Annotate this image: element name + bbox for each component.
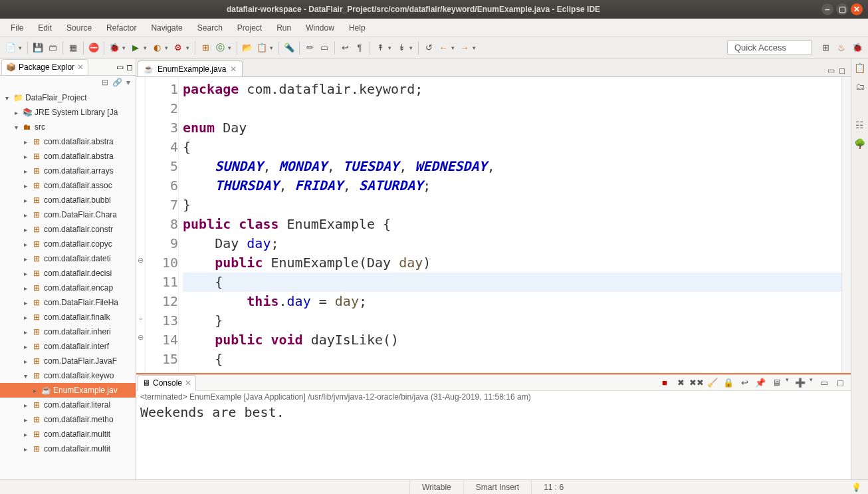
menu-window[interactable]: Window: [299, 21, 341, 35]
save-all-icon[interactable]: 🗃: [46, 41, 59, 55]
coverage-icon[interactable]: ◐: [150, 41, 163, 55]
package-explorer-tab[interactable]: 📦 Package Explor ✕: [1, 59, 88, 75]
console-tab[interactable]: 🖥 Console ✕: [138, 375, 196, 391]
terminate-icon[interactable]: ■: [658, 376, 671, 390]
minimize-view-icon[interactable]: ▭: [116, 62, 124, 72]
outline-icon[interactable]: 🗂: [854, 81, 866, 93]
expand-icon[interactable]: ▸: [21, 314, 29, 321]
menu-project[interactable]: Project: [231, 21, 269, 35]
expand-icon[interactable]: ▸: [21, 182, 29, 189]
package-node[interactable]: ▸ ⊞ com.dataflair.literal: [0, 398, 136, 412]
save-icon[interactable]: 💾: [31, 41, 45, 55]
expand-icon[interactable]: ▸: [21, 416, 29, 424]
expand-icon[interactable]: ▸: [21, 211, 29, 219]
code-content[interactable]: package com.dataflair.keyword; enum Day{…: [179, 77, 841, 373]
package-node[interactable]: ▸ ⊞ com.dataflair.constr: [0, 222, 136, 237]
package-node[interactable]: ▸ ⊞ com.dataflair.inheri: [0, 324, 136, 339]
dropdown-icon[interactable]: ▾: [186, 45, 191, 51]
overview-ruler[interactable]: [841, 77, 851, 373]
dropdown-icon[interactable]: ▾: [810, 376, 815, 390]
editor-tab-enumexample[interactable]: ☕ EnumExample.java ✕: [138, 61, 243, 76]
open-console-icon[interactable]: ➕: [794, 376, 807, 390]
expand-icon[interactable]: ▸: [21, 402, 29, 409]
package-tree[interactable]: ▾ 📁 DataFlair_Project ▸ 📚 JRE System Lib…: [0, 89, 136, 479]
remove-launch-icon[interactable]: ✖: [674, 376, 687, 390]
maximize-view-icon[interactable]: ◻: [833, 376, 847, 390]
line-number-gutter[interactable]: 123456789101112131415: [146, 77, 179, 373]
expand-icon[interactable]: ▸: [21, 445, 29, 453]
close-tab-icon[interactable]: ✕: [77, 62, 84, 72]
dropdown-icon[interactable]: ▾: [144, 45, 149, 51]
outline-view-icon[interactable]: ☷: [854, 120, 866, 132]
collapse-all-icon[interactable]: ⊟: [102, 78, 108, 87]
expand-icon[interactable]: ▸: [21, 343, 29, 350]
project-node[interactable]: ▾ 📁 DataFlair_Project: [0, 90, 136, 105]
expand-icon[interactable]: ▾: [21, 372, 29, 380]
menu-file[interactable]: File: [4, 21, 30, 35]
dropdown-icon[interactable]: ▾: [786, 376, 791, 390]
expand-icon[interactable]: ▸: [21, 168, 29, 175]
expand-icon[interactable]: ▸: [21, 138, 29, 146]
expand-icon[interactable]: ▸: [21, 431, 29, 438]
expand-icon[interactable]: ▸: [21, 285, 29, 292]
task-list-icon[interactable]: 📋: [854, 62, 866, 74]
expand-icon[interactable]: ▸: [21, 255, 29, 263]
pin-console-icon[interactable]: 📌: [754, 376, 767, 390]
menu-refactor[interactable]: Refactor: [100, 21, 143, 35]
package-node[interactable]: ▸ ⊞ com.dataflair.metho: [0, 412, 136, 427]
scroll-lock-icon[interactable]: 🔒: [722, 376, 735, 390]
remove-all-icon[interactable]: ✖✖: [690, 376, 703, 390]
minimize-view-icon[interactable]: ▭: [817, 376, 831, 390]
package-node[interactable]: ▸ ⊞ com.dataflair.copyc: [0, 237, 136, 251]
package-node[interactable]: ▸ ⊞ com.dataflair.decisi: [0, 266, 136, 281]
annotation-next-icon[interactable]: ↡: [395, 41, 408, 55]
tip-icon[interactable]: 💡: [845, 483, 868, 492]
src-node[interactable]: ▾ 🖿 src: [0, 120, 136, 134]
close-tab-icon[interactable]: ✕: [185, 378, 191, 388]
expand-icon[interactable]: ▸: [21, 270, 29, 277]
skip-breakpoints-icon[interactable]: ⛔: [87, 41, 100, 55]
annotation-ruler[interactable]: ⊖▫⊖: [136, 77, 146, 373]
toggle-block-icon[interactable]: ▭: [318, 41, 331, 55]
package-node[interactable]: ▸ ⊞ com.DataFlair.JavaF: [0, 354, 136, 368]
package-node[interactable]: ▸ ⊞ com.dataflair.dateti: [0, 251, 136, 266]
package-node[interactable]: ▸ ⊞ com.dataflair.multit: [0, 427, 136, 441]
package-node[interactable]: ▸ ⊞ com.dataflair.finalk: [0, 310, 136, 324]
menu-run[interactable]: Run: [270, 21, 298, 35]
view-menu-icon[interactable]: ▾: [126, 78, 130, 87]
dropdown-icon[interactable]: ▾: [473, 45, 478, 51]
expand-icon[interactable]: ▸: [21, 358, 29, 365]
package-node[interactable]: ▾ ⊞ com.dataflair.keywo: [0, 368, 136, 383]
console-output[interactable]: Weekends are best.: [136, 403, 851, 479]
java-file-node[interactable]: ▸ ☕ EnumExample.jav: [0, 383, 136, 398]
link-editor-icon[interactable]: 🔗: [112, 78, 122, 87]
package-node[interactable]: ▸ ⊞ com.dataflair.abstra: [0, 149, 136, 164]
dropdown-icon[interactable]: ▾: [122, 45, 128, 51]
word-wrap-icon[interactable]: ↩: [738, 376, 751, 390]
maximize-view-icon[interactable]: ◻: [126, 62, 133, 72]
dropdown-icon[interactable]: ▾: [409, 45, 415, 51]
toggle-word-wrap-icon[interactable]: ↩: [338, 41, 352, 55]
menu-source[interactable]: Source: [60, 21, 98, 35]
new-class-icon[interactable]: ⓒ: [213, 41, 227, 55]
dropdown-icon[interactable]: ▾: [388, 45, 393, 51]
package-node[interactable]: ▸ ⊞ com.dataflair.arrays: [0, 164, 136, 178]
debug-perspective-icon[interactable]: 🐞: [851, 41, 864, 55]
hierarchy-icon[interactable]: 🌳: [854, 138, 866, 150]
expand-icon[interactable]: ▾: [12, 124, 20, 131]
close-button[interactable]: ✕: [851, 3, 863, 15]
expand-icon[interactable]: ▸: [21, 197, 29, 204]
back-icon[interactable]: ←: [437, 41, 450, 55]
java-perspective-icon[interactable]: ♨: [835, 41, 848, 55]
maximize-editor-icon[interactable]: ◻: [839, 66, 845, 75]
expand-icon[interactable]: ▸: [21, 226, 29, 233]
minimize-editor-icon[interactable]: ▭: [827, 66, 835, 75]
close-tab-icon[interactable]: ✕: [230, 64, 237, 74]
dropdown-icon[interactable]: ▾: [228, 45, 233, 51]
expand-icon[interactable]: ▾: [3, 94, 11, 102]
package-node[interactable]: ▸ ⊞ com.dataflair.interf: [0, 339, 136, 354]
maximize-button[interactable]: ▢: [836, 3, 848, 15]
expand-icon[interactable]: ▸: [21, 328, 29, 336]
open-type-icon[interactable]: 📂: [241, 41, 254, 55]
code-editor[interactable]: ⊖▫⊖ 123456789101112131415 package com.da…: [136, 77, 851, 374]
